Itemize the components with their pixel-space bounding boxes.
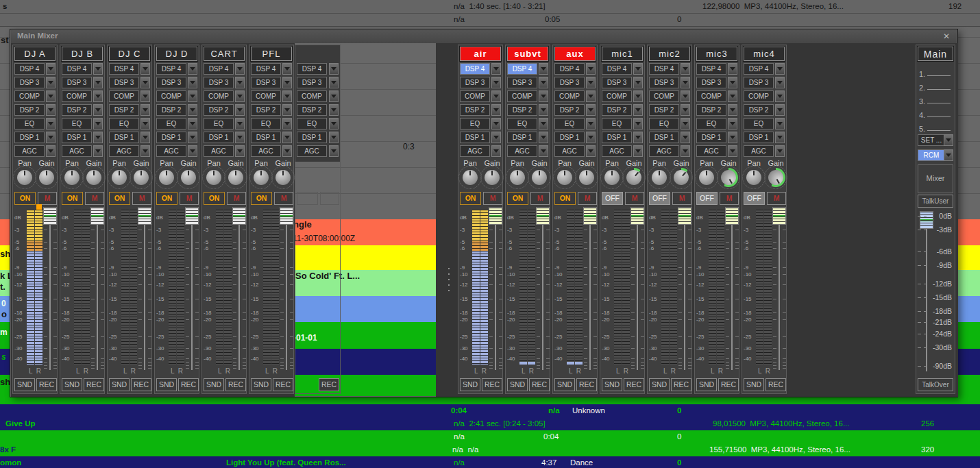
rec-button[interactable]: REC xyxy=(273,378,293,391)
dsp-select[interactable]: DSP 4 xyxy=(297,63,327,75)
power-button[interactable]: OFF xyxy=(696,192,718,205)
snd-button[interactable]: SND xyxy=(204,378,224,391)
dsp-dropdown-arrow[interactable] xyxy=(188,132,197,143)
dsp-select[interactable]: DSP 3 xyxy=(14,77,45,88)
dsp-dropdown-arrow[interactable] xyxy=(728,77,737,88)
power-button[interactable]: ON xyxy=(62,192,83,205)
dsp-dropdown-arrow[interactable] xyxy=(46,63,56,75)
fader-handle[interactable] xyxy=(630,207,644,225)
dsp-select[interactable]: EQ xyxy=(602,118,632,130)
gain-knob[interactable] xyxy=(226,168,245,187)
dsp-select[interactable]: DSP 4 xyxy=(507,63,537,75)
dsp-select[interactable]: EQ xyxy=(744,118,774,130)
dsp-select[interactable]: DSP 4 xyxy=(204,63,234,75)
dsp-dropdown-arrow[interactable] xyxy=(282,63,292,75)
rec-button[interactable]: REC xyxy=(718,378,739,391)
dsp-dropdown-arrow[interactable] xyxy=(93,63,103,75)
fader-handle[interactable] xyxy=(489,207,502,225)
dsp-select[interactable]: DSP 3 xyxy=(109,77,139,88)
rec-button[interactable]: REC xyxy=(36,378,57,391)
dsp-dropdown-arrow[interactable] xyxy=(633,104,643,116)
dsp-dropdown-arrow[interactable] xyxy=(235,132,245,143)
dsp-dropdown-arrow[interactable] xyxy=(539,118,548,130)
dsp-dropdown-arrow[interactable] xyxy=(140,132,150,143)
dsp-dropdown-arrow[interactable] xyxy=(140,90,150,102)
dsp-select[interactable]: DSP 1 xyxy=(507,132,537,143)
dsp-select[interactable]: DSP 1 xyxy=(109,132,139,143)
dsp-dropdown-arrow[interactable] xyxy=(188,63,197,75)
dsp-dropdown-arrow[interactable] xyxy=(188,118,197,130)
mute-button[interactable]: M xyxy=(274,192,293,205)
dsp-select[interactable]: EQ xyxy=(14,118,45,130)
dsp-select[interactable]: DSP 2 xyxy=(507,104,537,116)
pan-knob[interactable] xyxy=(110,168,129,187)
dsp-select[interactable]: DSP 2 xyxy=(62,104,92,116)
pan-knob[interactable] xyxy=(157,168,176,187)
fader-handle[interactable] xyxy=(232,207,246,225)
dsp-select[interactable]: DSP 4 xyxy=(156,63,186,75)
strip-header-subvt[interactable]: subvt xyxy=(507,47,548,61)
rec-button[interactable]: REC xyxy=(131,378,151,391)
dsp-dropdown-arrow[interactable] xyxy=(140,63,150,75)
dsp-select[interactable]: COMP xyxy=(251,90,281,102)
dsp-select[interactable]: DSP 2 xyxy=(649,104,679,116)
snd-button[interactable]: SND xyxy=(109,378,130,391)
rec-button[interactable]: REC xyxy=(624,378,644,391)
power-button[interactable]: ON xyxy=(251,192,272,205)
gain-knob[interactable] xyxy=(179,168,198,187)
dsp-select[interactable]: DSP 3 xyxy=(602,77,632,88)
playlist-entry-line-3[interactable]: 8x Fn/a n/a155,71500 MP3, 44100Hz, Stere… xyxy=(0,443,980,456)
dsp-select[interactable]: AGC xyxy=(460,145,490,157)
gain-knob[interactable] xyxy=(577,168,596,187)
dsp-dropdown-arrow[interactable] xyxy=(282,90,292,102)
dsp-dropdown-arrow[interactable] xyxy=(93,132,103,143)
strip-header-pfl[interactable]: PFL xyxy=(251,47,292,61)
dsp-select[interactable]: DSP 3 xyxy=(744,77,774,88)
dsp-select[interactable]: DSP 4 xyxy=(602,63,632,75)
dsp-select[interactable]: DSP 2 xyxy=(602,104,632,116)
dsp-dropdown-arrow[interactable] xyxy=(46,104,56,116)
dsp-dropdown-arrow[interactable] xyxy=(235,145,245,157)
dsp-dropdown-arrow[interactable] xyxy=(539,77,548,88)
dsp-select[interactable]: COMP xyxy=(156,90,186,102)
dsp-select[interactable]: DSP 3 xyxy=(204,77,234,88)
dsp-dropdown-arrow[interactable] xyxy=(586,77,596,88)
dsp-select[interactable]: EQ xyxy=(109,118,139,130)
mute-button[interactable]: M xyxy=(578,192,597,205)
strip-header-aux[interactable]: aux xyxy=(554,47,596,61)
dsp-select[interactable]: DSP 1 xyxy=(460,132,490,143)
window-titlebar[interactable]: Main Mixer ✕ xyxy=(11,30,957,43)
gain-knob[interactable] xyxy=(84,168,103,187)
dsp-dropdown-arrow[interactable] xyxy=(329,118,339,130)
snd-button[interactable]: SND xyxy=(460,378,480,391)
dsp-select[interactable]: DSP 1 xyxy=(62,132,92,143)
dsp-select[interactable]: AGC xyxy=(649,145,679,157)
power-button[interactable]: ON xyxy=(156,192,177,205)
dsp-select[interactable]: DSP 2 xyxy=(297,104,327,116)
dsp-select[interactable]: AGC xyxy=(602,145,632,157)
dsp-dropdown-arrow[interactable] xyxy=(586,118,596,130)
gain-knob[interactable] xyxy=(766,168,785,187)
dsp-select[interactable]: DSP 2 xyxy=(109,104,139,116)
dsp-select[interactable]: DSP 4 xyxy=(554,63,585,75)
playlist-entry-line-4[interactable]: omonLight You Up (feat. Queen Ros...n/a4… xyxy=(0,456,980,468)
dsp-select[interactable]: COMP xyxy=(460,90,490,102)
dsp-dropdown-arrow[interactable] xyxy=(235,90,245,102)
dsp-select[interactable]: EQ xyxy=(696,118,726,130)
pan-knob[interactable] xyxy=(15,168,34,187)
fader-handle[interactable] xyxy=(43,207,57,225)
pan-knob[interactable] xyxy=(508,168,527,187)
dsp-select[interactable]: DSP 1 xyxy=(156,132,186,143)
power-button[interactable]: ON xyxy=(554,192,576,205)
dsp-select[interactable]: DSP 4 xyxy=(14,63,45,75)
rec-button[interactable]: REC xyxy=(576,378,597,391)
dsp-select[interactable]: EQ xyxy=(251,118,281,130)
dsp-select[interactable]: EQ xyxy=(460,118,490,130)
dsp-dropdown-arrow[interactable] xyxy=(140,104,150,116)
power-button[interactable]: OFF xyxy=(649,192,670,205)
dsp-dropdown-arrow[interactable] xyxy=(633,77,643,88)
strip-header-dj-a[interactable]: DJ A xyxy=(14,47,56,61)
dsp-select[interactable]: DSP 3 xyxy=(649,77,679,88)
strip-header-dj-d[interactable]: DJ D xyxy=(156,47,197,61)
pan-knob[interactable] xyxy=(744,168,763,187)
